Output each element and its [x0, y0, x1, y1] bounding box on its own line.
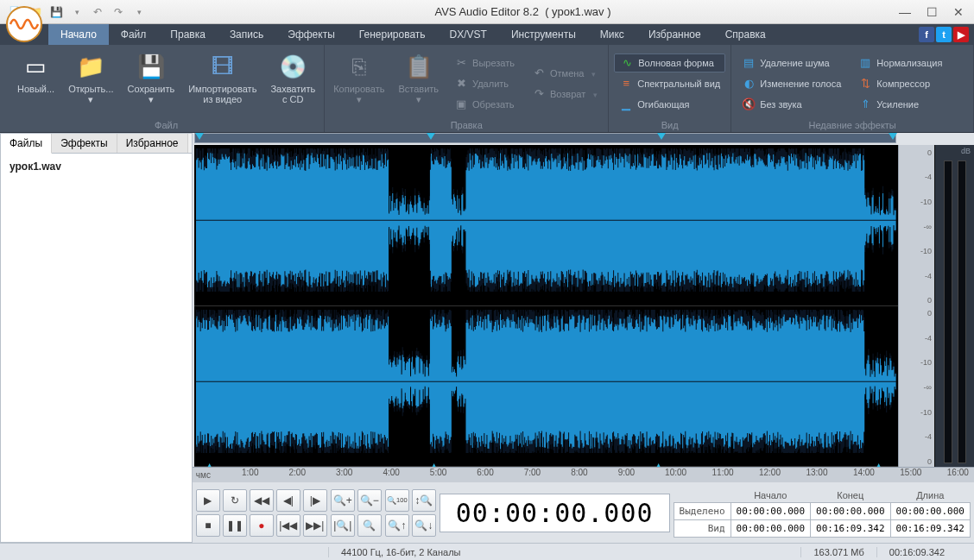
document-icon: ▭: [22, 52, 51, 81]
redo-arrow-icon: ↷: [532, 87, 546, 100]
normalize-button[interactable]: ▥Нормализация: [853, 53, 947, 72]
mute-icon: 🔇: [742, 98, 756, 110]
tab-help[interactable]: Справка: [713, 24, 778, 45]
import-video-button[interactable]: 🎞Импортировать из видео: [185, 48, 260, 118]
qat-dropdown-icon[interactable]: ▾: [69, 4, 85, 20]
qat-more-icon[interactable]: ▾: [131, 4, 147, 20]
zoom-in-button[interactable]: 🔍+: [331, 489, 355, 512]
sidebar-tab-files[interactable]: Файлы: [1, 134, 52, 154]
zoom-reset-button[interactable]: 🔍100: [385, 489, 409, 512]
goto-end-button[interactable]: ▶▶|: [303, 514, 327, 537]
title-bar: 📄 📁 💾 ▾ ↶ ↷ ▾ AVS Audio Editor 8.2 ( уро…: [0, 0, 974, 24]
cut-button[interactable]: ✂Вырезать: [449, 53, 520, 72]
time-ruler[interactable]: чмс 1:002:003:004:005:006:007:008:009:00…: [193, 467, 974, 482]
group-title-file: Файл: [14, 118, 319, 132]
minimize-button[interactable]: —: [899, 5, 911, 19]
tab-favorites[interactable]: Избранное: [636, 24, 713, 45]
file-list-item[interactable]: урок1.wav: [6, 159, 187, 174]
step-fwd-button[interactable]: |▶: [303, 489, 327, 512]
timecode-display: 00:00:00.000: [440, 494, 670, 532]
scissors-icon: ✂: [454, 56, 468, 69]
amplify-button[interactable]: ⇑Усиление: [853, 95, 947, 114]
rewind-button[interactable]: ◀◀: [250, 489, 274, 512]
facebook-icon[interactable]: f: [919, 27, 934, 42]
delete-button[interactable]: ✖Удалить: [449, 74, 520, 93]
tab-start[interactable]: Начало: [48, 24, 109, 45]
tab-edit[interactable]: Правка: [158, 24, 218, 45]
tab-record[interactable]: Запись: [218, 24, 275, 45]
waveform-icon: ∿: [620, 56, 634, 69]
overview-bar[interactable]: [194, 133, 896, 143]
youtube-icon[interactable]: ▶: [953, 27, 969, 42]
copy-icon: ⎘: [345, 52, 374, 81]
sidebar-tab-favorites[interactable]: Избранное: [117, 134, 188, 153]
main-area: Файлы Эффекты Избранное урок1.wav 0-4-10…: [0, 133, 974, 543]
vzoom-fit-button[interactable]: ↕🔍: [412, 489, 436, 512]
window-title: AVS Audio Editor 8.2 ( урок1.wav ): [147, 5, 899, 18]
pitch-change-button[interactable]: ◐Изменение голоса: [737, 74, 846, 93]
paste-button[interactable]: 📋Вставить▾: [395, 48, 442, 118]
undo-button[interactable]: ↶Отмена: [527, 64, 603, 83]
vzoom-out-button[interactable]: 🔍↓: [412, 514, 436, 537]
ribbon-group-fx: ▤Удаление шума ◐Изменение голоса 🔇Без зв…: [731, 45, 974, 132]
undo-icon[interactable]: ↶: [90, 4, 105, 20]
floppy-icon: 💾: [136, 52, 166, 81]
ribbon: ▭Новый... 📁Открыть...▾ 💾Сохранить▾ 🎞Импо…: [0, 45, 974, 133]
twitter-icon[interactable]: t: [936, 27, 952, 42]
tab-tools[interactable]: Инструменты: [499, 24, 588, 45]
tab-effects[interactable]: Эффекты: [275, 24, 347, 45]
redo-button[interactable]: ↷Возврат: [527, 85, 603, 104]
zoom-sel-button[interactable]: |🔍|: [331, 514, 355, 537]
noise-removal-button[interactable]: ▤Удаление шума: [737, 53, 846, 72]
compressor-button[interactable]: ⇅Компрессор: [853, 74, 947, 93]
tab-file[interactable]: Файл: [109, 24, 159, 45]
waveform-view-button[interactable]: ∿Волновая форма: [614, 53, 725, 72]
folder-icon: 📁: [76, 52, 105, 81]
delete-icon: ✖: [454, 77, 468, 90]
new-button[interactable]: ▭Новый...: [14, 48, 58, 118]
ribbon-group-file: ▭Новый... 📁Открыть...▾ 💾Сохранить▾ 🎞Импо…: [0, 45, 325, 132]
pitch-icon: ◐: [742, 77, 756, 90]
spectral-view-button[interactable]: ≡Спектральный вид: [614, 74, 725, 93]
transport-panel: ▶ ↻ ◀◀ ◀| |▶ ■ ❚❚ ● |◀◀ ▶▶| 🔍+ 🔍− |🔍| 🔍 …: [193, 482, 974, 543]
loop-button[interactable]: ↻: [223, 489, 247, 512]
stop-button[interactable]: ■: [196, 514, 220, 537]
tab-generate[interactable]: Генерировать: [347, 24, 438, 45]
vzoom-in-button[interactable]: 🔍↑: [385, 514, 409, 537]
envelope-icon: ▁: [619, 98, 633, 110]
zoom-full-button[interactable]: 🔍: [357, 514, 382, 537]
level-meter: [934, 145, 974, 467]
ribbon-tabs: Начало Файл Правка Запись Эффекты Генери…: [0, 24, 974, 45]
film-icon: 🎞: [208, 52, 237, 81]
close-button[interactable]: ✕: [953, 5, 964, 19]
zoom-out-button[interactable]: 🔍−: [357, 489, 382, 512]
waveform-display[interactable]: [194, 145, 898, 467]
open-button[interactable]: 📁Открыть...▾: [65, 48, 117, 118]
amplify-icon: ⇑: [858, 98, 872, 110]
pause-button[interactable]: ❚❚: [223, 514, 247, 537]
status-bar: 44100 Гц, 16-бит, 2 Каналы 163.071 Мб 00…: [0, 543, 974, 560]
maximize-button[interactable]: ☐: [927, 5, 938, 19]
tab-dxvst[interactable]: DX/VST: [438, 24, 499, 45]
status-size: 163.071 Мб: [800, 547, 876, 557]
step-back-button[interactable]: ◀|: [276, 489, 300, 512]
save-icon[interactable]: 💾: [48, 4, 64, 20]
tab-mix[interactable]: Микс: [588, 24, 636, 45]
crop-icon: ▣: [454, 98, 468, 110]
envelope-view-button[interactable]: ▁Огибающая: [614, 95, 725, 114]
amplitude-scale: 0-4-10-∞-10-400-4-10-∞-10-40: [898, 145, 934, 467]
record-button[interactable]: ●: [250, 514, 274, 537]
spectrum-icon: ≡: [619, 77, 633, 90]
crop-button[interactable]: ▣Обрезать: [449, 95, 520, 114]
group-title-fx: Недавние эффекты: [737, 118, 968, 132]
goto-start-button[interactable]: |◀◀: [276, 514, 300, 537]
redo-icon[interactable]: ↷: [111, 4, 126, 20]
play-button[interactable]: ▶: [196, 489, 220, 512]
grab-cd-button[interactable]: 💿Захватить с CD: [267, 48, 319, 118]
copy-button[interactable]: ⎘Копировать▾: [330, 48, 388, 118]
group-title-edit: Правка: [330, 118, 603, 132]
sidebar-tab-effects[interactable]: Эффекты: [52, 134, 117, 153]
mute-button[interactable]: 🔇Без звука: [737, 95, 846, 114]
save-button[interactable]: 💾Сохранить▾: [124, 48, 179, 118]
undo-arrow-icon: ↶: [532, 66, 546, 79]
